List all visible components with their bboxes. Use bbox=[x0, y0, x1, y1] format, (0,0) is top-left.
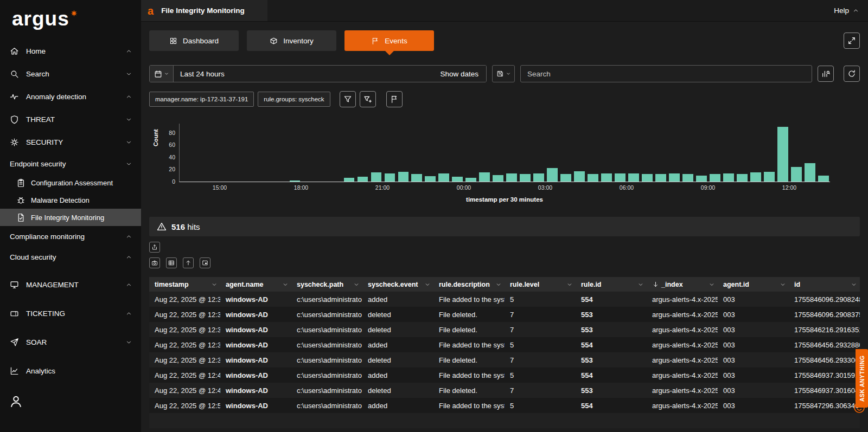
x-tick-label: 21:00 bbox=[375, 184, 390, 191]
column-header-rule-level[interactable]: rule.level bbox=[505, 277, 576, 292]
column-header-syscheck-event[interactable]: syscheck.event bbox=[362, 277, 433, 292]
calendar-dropdown-button[interactable] bbox=[150, 66, 174, 82]
tab-events[interactable]: Events bbox=[344, 30, 434, 51]
sidebar-item-configuration-assessment[interactable]: Configuration Assessment bbox=[0, 174, 141, 191]
columns-button[interactable] bbox=[166, 257, 177, 268]
fullscreen-button[interactable] bbox=[200, 257, 210, 268]
user-avatar-icon[interactable] bbox=[9, 394, 23, 409]
chart-bar bbox=[750, 172, 761, 182]
chevron-down-icon[interactable] bbox=[495, 281, 502, 288]
filter-funnel-button[interactable] bbox=[340, 91, 356, 107]
sidebar-item-file-integrity-monitoring[interactable]: File Integrity Monitoring bbox=[0, 209, 141, 226]
column-header-index[interactable]: _index bbox=[647, 277, 718, 292]
column-header-agent-name[interactable]: agent.name bbox=[220, 277, 291, 292]
sidebar-item-label: Home bbox=[26, 47, 46, 55]
table-row[interactable]: Aug 22, 2025 @ 12:31:3windows-ADc:\users… bbox=[149, 292, 860, 307]
scroll-top-button[interactable] bbox=[183, 257, 194, 268]
x-tick-label: 09:00 bbox=[701, 184, 715, 191]
chart-bar bbox=[506, 173, 516, 182]
chevron-down-icon[interactable] bbox=[637, 281, 644, 288]
chart-bar-slot bbox=[694, 124, 708, 182]
chart-plot-area[interactable]: 020406080 bbox=[179, 124, 830, 182]
chevron-down-icon[interactable] bbox=[566, 281, 573, 288]
sidebar-item-search[interactable]: Search bbox=[0, 62, 141, 85]
table-cell: windows-AD bbox=[220, 398, 291, 413]
table-cell: 553 bbox=[576, 352, 647, 367]
search-input[interactable] bbox=[520, 65, 812, 82]
tab-inventory[interactable]: Inventory bbox=[247, 30, 336, 51]
table-row[interactable]: Aug 22, 2025 @ 12:37:3windows-ADc:\users… bbox=[149, 352, 860, 367]
sidebar-item-threat[interactable]: THREAT bbox=[0, 108, 141, 131]
ask-anything-button[interactable]: ASK ANYTHING bbox=[856, 349, 868, 408]
show-dates-button[interactable]: Show dates bbox=[432, 66, 486, 82]
camera-icon bbox=[151, 260, 158, 266]
sidebar-item-ticketing[interactable]: TICKETING bbox=[0, 302, 141, 325]
table-row[interactable]: Aug 22, 2025 @ 12:45:3windows-ADc:\users… bbox=[149, 367, 860, 383]
table-cell: added bbox=[362, 337, 433, 352]
chevron-down-icon[interactable] bbox=[282, 281, 289, 288]
chart-bar bbox=[574, 171, 584, 182]
tab-dashboard[interactable]: Dashboard bbox=[149, 30, 239, 51]
chart-bar bbox=[385, 173, 395, 182]
chevron-down-icon[interactable] bbox=[780, 281, 786, 288]
hits-count: 516 bbox=[171, 222, 185, 231]
analyze-chart-button[interactable] bbox=[818, 66, 834, 82]
table-header-row: timestampagent.namesyscheck.pathsyscheck… bbox=[149, 277, 860, 292]
chevron-down-icon[interactable] bbox=[353, 281, 360, 288]
filter-pill[interactable]: manager.name: ip-172-31-37-191 bbox=[149, 92, 254, 107]
chart-bar bbox=[655, 174, 666, 182]
chart-bar-slot bbox=[505, 124, 519, 182]
table-cell: added bbox=[362, 367, 433, 383]
export-button[interactable] bbox=[149, 242, 160, 253]
chart-bar-slot bbox=[749, 124, 762, 182]
file-check-icon bbox=[16, 213, 25, 222]
chevron-down-icon[interactable] bbox=[424, 281, 431, 288]
chart-bar-slot bbox=[816, 124, 830, 182]
table-row[interactable]: Aug 22, 2025 @ 12:33:3windows-ADc:\users… bbox=[149, 322, 860, 337]
column-header-rule-description[interactable]: rule.description bbox=[433, 277, 505, 292]
help-menu[interactable]: Help bbox=[834, 7, 868, 15]
time-range-label[interactable]: Last 24 hours bbox=[174, 66, 432, 82]
chart-bar bbox=[493, 175, 503, 182]
chart-bar-slot bbox=[451, 124, 464, 182]
column-header-agent-id[interactable]: agent.id bbox=[718, 277, 789, 292]
column-header-id[interactable]: id bbox=[789, 277, 860, 292]
chevron-down-icon[interactable] bbox=[709, 281, 715, 288]
chat-bot-icon[interactable] bbox=[853, 401, 866, 414]
sidebar-item-security[interactable]: SECURITY bbox=[0, 131, 141, 153]
expand-view-button[interactable] bbox=[844, 33, 860, 49]
table-row[interactable]: Aug 22, 2025 @ 12:51:3windows-ADc:\users… bbox=[149, 398, 860, 413]
sidebar-item-compliance-monitoring[interactable]: Compliance monitoring bbox=[0, 226, 141, 247]
table-cell: c:\users\administrato bbox=[291, 322, 362, 337]
expand-icon bbox=[847, 36, 856, 45]
save-query-button[interactable] bbox=[492, 65, 515, 82]
add-filter-button[interactable] bbox=[360, 91, 376, 107]
sidebar-item-analytics[interactable]: Analytics bbox=[0, 359, 141, 382]
column-header-syscheck-path[interactable]: syscheck.path bbox=[291, 277, 362, 292]
hits-summary-bar: 516 hits bbox=[149, 217, 860, 236]
chevron-down-icon[interactable] bbox=[851, 281, 857, 288]
column-header-rule-id[interactable]: rule.id bbox=[576, 277, 647, 292]
refresh-button[interactable] bbox=[844, 66, 860, 82]
table-row[interactable]: Aug 22, 2025 @ 12:37:3windows-ADc:\users… bbox=[149, 337, 860, 352]
table-cell: 7 bbox=[505, 307, 576, 322]
table-cell: windows-AD bbox=[220, 337, 291, 352]
filter-pill[interactable]: rule.groups: syscheck bbox=[258, 92, 330, 107]
sidebar-item-soar[interactable]: SOAR bbox=[0, 331, 141, 353]
sidebar-item-anomaly-detection[interactable]: Anomaly detection bbox=[0, 85, 141, 108]
soar-icon bbox=[10, 338, 19, 347]
table-row[interactable]: Aug 22, 2025 @ 12:45:3windows-ADc:\users… bbox=[149, 383, 860, 398]
flag-filter-button[interactable] bbox=[386, 91, 403, 107]
table-row[interactable]: Aug 22, 2025 @ 12:31:3windows-ADc:\users… bbox=[149, 307, 860, 322]
snapshot-button[interactable] bbox=[149, 257, 160, 268]
x-tick-label: 03:00 bbox=[538, 184, 552, 191]
sidebar-item-management[interactable]: MANAGEMENT bbox=[0, 273, 141, 296]
sidebar-item-home[interactable]: Home bbox=[0, 40, 141, 62]
sidebar-item-endpoint-security[interactable]: Endpoint security bbox=[0, 153, 141, 174]
table-cell: 554 bbox=[576, 398, 647, 413]
column-header-timestamp[interactable]: timestamp bbox=[149, 277, 220, 292]
table-cell: added bbox=[362, 398, 433, 413]
chevron-down-icon[interactable] bbox=[211, 281, 218, 288]
sidebar-item-cloud-security[interactable]: Cloud security bbox=[0, 247, 141, 267]
sidebar-item-malware-detection[interactable]: Malware Detection bbox=[0, 191, 141, 209]
